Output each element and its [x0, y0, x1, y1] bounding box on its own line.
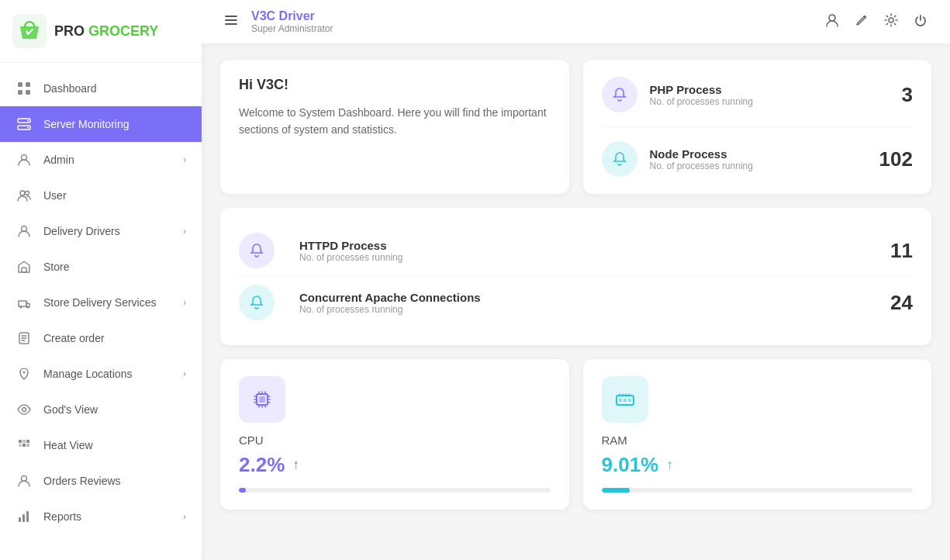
sidebar-item-label: God's View [43, 403, 98, 416]
svg-rect-34 [619, 399, 622, 402]
sidebar-item-label: Store Delivery Services [43, 296, 157, 309]
node-process-count: 102 [879, 147, 913, 171]
top-cards-row: Hi V3C! Welcome to System Dashboard. Her… [220, 60, 931, 194]
sidebar-item-gods-view[interactable]: God's View [0, 392, 202, 427]
cpu-progress-bar-wrap [239, 488, 551, 493]
sidebar-item-heat-view[interactable]: Heat View [0, 427, 202, 463]
process-summary-card: PHP Process No. of processes running 3 [583, 60, 932, 194]
svg-rect-36 [628, 399, 631, 402]
apache-icon-wrap [239, 285, 275, 320]
php-process-subtitle: No. of processes running [650, 96, 890, 107]
person-icon [16, 151, 33, 168]
httpd-subtitle: No. of processes running [299, 252, 878, 263]
sidebar-item-manage-locations[interactable]: Manage Locations › [0, 356, 202, 392]
sidebar-item-label: Admin [43, 154, 74, 166]
driver-icon [16, 223, 33, 240]
heatmap-icon [16, 437, 33, 454]
ram-progress-bar-wrap [602, 488, 914, 493]
chevron-right-icon: › [183, 226, 186, 237]
sidebar-item-label: User [43, 189, 67, 202]
svg-rect-2 [26, 82, 30, 87]
svg-point-17 [23, 372, 26, 374]
svg-rect-35 [624, 399, 627, 402]
power-icon[interactable] [913, 12, 928, 32]
logo: PRO GROCERY [0, 0, 202, 63]
logo-grocery-text: GROCERY [88, 23, 158, 39]
svg-rect-23 [22, 444, 26, 447]
user-icon[interactable] [824, 12, 840, 32]
settings-icon[interactable] [883, 12, 899, 32]
cpu-trend-icon: ↑ [292, 457, 299, 473]
reports-icon [16, 508, 33, 525]
php-process-count: 3 [902, 83, 913, 107]
reviews-icon [16, 472, 33, 489]
chevron-right-icon: › [183, 368, 186, 379]
svg-rect-32 [259, 396, 265, 403]
svg-rect-22 [19, 444, 22, 447]
php-process-name: PHP Process [650, 83, 890, 96]
sidebar: PRO GROCERY Dashboard Server Monitoring … [0, 0, 202, 560]
svg-rect-1 [18, 82, 22, 87]
sidebar-item-label: Delivery Drivers [43, 225, 120, 237]
location-icon [16, 365, 33, 382]
node-process-subtitle: No. of processes running [650, 161, 867, 171]
sidebar-item-server-monitoring[interactable]: Server Monitoring [0, 106, 202, 142]
sidebar-item-dashboard[interactable]: Dashboard [0, 71, 202, 106]
php-process-row: PHP Process No. of processes running 3 [602, 77, 914, 112]
sidebar-item-user[interactable]: User [0, 178, 202, 213]
svg-rect-13 [22, 268, 26, 272]
svg-point-8 [27, 127, 29, 129]
driver-role: Super Administrator [251, 23, 824, 34]
main-area: V3C Driver Super Administrator Hi V3C! W… [202, 0, 950, 560]
svg-rect-3 [18, 90, 22, 95]
edit-icon[interactable] [854, 12, 869, 32]
bell-icon-purple [611, 86, 628, 103]
ram-value: 9.01% [602, 453, 659, 477]
ram-label: RAM [602, 434, 914, 447]
node-process-info: Node Process No. of processes running [650, 147, 867, 171]
httpd-cards-row: HTTPD Process No. of processes running 1… [220, 208, 931, 345]
sidebar-item-orders-reviews[interactable]: Orders Reviews [0, 463, 202, 499]
httpd-name: HTTPD Process [299, 239, 878, 252]
svg-rect-19 [19, 440, 22, 443]
svg-point-7 [27, 120, 29, 122]
node-process-icon-wrap [602, 141, 637, 177]
cpu-label: CPU [239, 434, 551, 447]
sidebar-item-admin[interactable]: Admin › [0, 142, 202, 178]
svg-rect-4 [26, 90, 30, 95]
sidebar-item-label: Heat View [43, 439, 93, 451]
svg-rect-21 [26, 440, 29, 443]
sidebar-item-label: Reports [43, 510, 81, 523]
sidebar-item-create-order[interactable]: Create order [0, 320, 202, 356]
svg-point-29 [829, 15, 835, 21]
svg-rect-26 [19, 517, 21, 522]
node-process-name: Node Process [650, 147, 867, 161]
php-process-icon-wrap [602, 77, 637, 112]
svg-point-14 [20, 306, 22, 309]
apache-info: Concurrent Apache Connections No. of pro… [299, 291, 878, 315]
ram-progress-bar [602, 488, 630, 493]
topbar-actions [824, 12, 928, 32]
svg-point-11 [26, 192, 29, 195]
logo-icon [12, 14, 47, 48]
sidebar-item-store-delivery-services[interactable]: Store Delivery Services › [0, 285, 202, 320]
svg-rect-20 [22, 440, 26, 443]
sidebar-item-reports[interactable]: Reports › [0, 499, 202, 534]
server-icon [16, 116, 33, 133]
logo-pro-text: PRO [54, 23, 85, 39]
sidebar-item-store[interactable]: Store [0, 249, 202, 285]
sidebar-item-label: Dashboard [43, 82, 97, 95]
bell-icon-teal [611, 150, 628, 168]
sidebar-item-delivery-drivers[interactable]: Delivery Drivers › [0, 213, 202, 249]
httpd-info: HTTPD Process No. of processes running [299, 239, 878, 263]
order-icon [16, 330, 33, 347]
cpu-card: CPU 2.2% ↑ [220, 359, 569, 510]
chevron-right-icon: › [183, 154, 186, 165]
bell-icon-httpd [248, 242, 265, 259]
apache-subtitle: No. of processes running [299, 304, 878, 315]
svg-rect-27 [22, 514, 25, 522]
menu-icon[interactable] [223, 12, 239, 31]
ram-icon [613, 388, 637, 411]
cpu-icon-wrap [239, 376, 285, 423]
store-icon [16, 258, 33, 275]
